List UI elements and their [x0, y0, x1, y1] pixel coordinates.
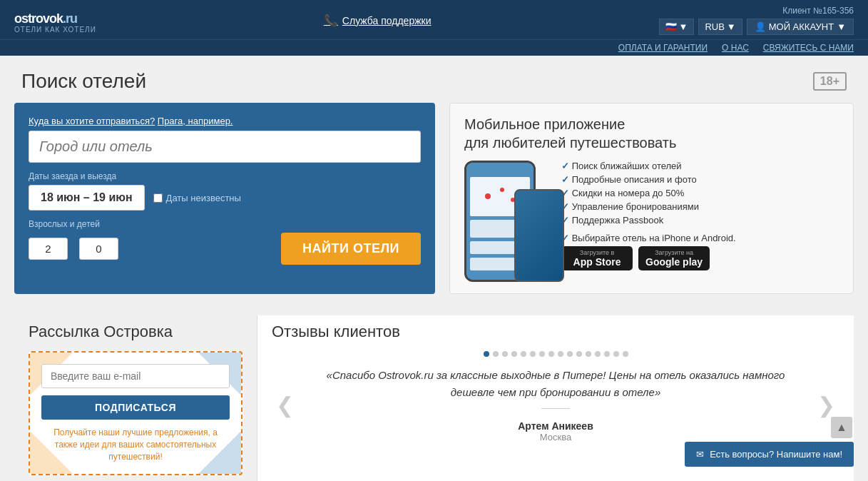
currency-label: RUB — [705, 21, 724, 32]
dates-unknown-checkbox[interactable] — [153, 193, 163, 203]
account-label: МОЙ АККАУНТ — [769, 21, 834, 32]
feature-2: Подробные описания и фото — [561, 174, 839, 185]
client-number: Клиент №165-356 — [782, 6, 854, 16]
mobile-app-inner: Поиск ближайших отелей Подробные описани… — [464, 161, 839, 282]
flag-icon: 🇷🇺 — [665, 21, 677, 32]
header: ostrovok.ru ОТЕЛИ КАК ХОТЕЛИ 📞 Служба по… — [0, 0, 868, 56]
main-content: Поиск отелей 18+ Куда вы хотите отправит… — [0, 56, 868, 481]
dropdown-arrow-currency: ▼ — [727, 21, 736, 32]
where-label: Куда вы хотите отправиться? Прага, напри… — [29, 116, 421, 126]
review-dot-13[interactable] — [604, 351, 610, 357]
prev-arrow[interactable]: ❮ — [272, 393, 298, 417]
language-selector[interactable]: 🇷🇺 ▼ — [659, 19, 695, 35]
feature-5: Поддержка Passbook — [561, 215, 839, 226]
search-input[interactable] — [29, 131, 421, 163]
review-text: «Спасибо Ostrovok.ru за классные выходны… — [305, 367, 806, 401]
phone-icon: 📞 — [324, 14, 338, 27]
review-dot-3[interactable] — [511, 351, 517, 357]
review-divider — [541, 408, 570, 409]
header-right: Клиент №165-356 🇷🇺 ▼ RUB ▼ 👤 МОЙ АККАУНТ… — [659, 6, 854, 35]
review-dot-7[interactable] — [548, 351, 554, 357]
review-dot-9[interactable] — [567, 351, 573, 357]
review-author: Артем Аникеев Москва — [305, 420, 806, 442]
search-button[interactable]: НАЙТИ ОТЕЛИ — [281, 233, 421, 265]
where-suffix: , например. — [183, 116, 233, 126]
chat-icon: ✉ — [696, 449, 704, 460]
review-dot-1[interactable] — [493, 351, 499, 357]
review-dot-4[interactable] — [521, 351, 526, 357]
review-dot-12[interactable] — [595, 351, 601, 357]
dates-unknown-text: Даты неизвестны — [166, 193, 241, 203]
subscribe-button[interactable]: ПОДПИСАТЬСЯ — [41, 395, 230, 420]
google-play-button[interactable]: Загрузите на Google play — [638, 246, 710, 270]
age-badge: 18+ — [813, 72, 847, 91]
search-panel: Куда вы хотите отправиться? Прага, напри… — [14, 103, 435, 294]
google-play-line1: Загрузите на — [655, 249, 693, 256]
email-input[interactable] — [41, 364, 230, 388]
app-store-buttons: Загрузите в App Store Загрузите на Googl… — [561, 246, 839, 270]
newsletter-description: Получайте наши лучшие предложения, а так… — [41, 427, 230, 462]
mobile-app-panel: Мобильное приложение для любителей путеш… — [449, 103, 854, 294]
phone-mockup-secondary — [514, 189, 564, 282]
logo-area: ostrovok.ru ОТЕЛИ КАК ХОТЕЛИ — [14, 7, 96, 34]
dates-unknown-label[interactable]: Даты неизвестны — [153, 193, 241, 203]
logo-subtitle: ОТЕЛИ КАК ХОТЕЛИ — [14, 26, 96, 34]
review-dot-2[interactable] — [502, 351, 508, 357]
guests-label: Взрослых и детей — [29, 219, 421, 229]
google-play-line2: Google play — [645, 256, 703, 268]
review-dot-15[interactable] — [623, 351, 628, 357]
logo-ru: .ru — [63, 11, 77, 26]
newsletter-section: Рассылка Островка ПОДПИСАТЬСЯ Получайте … — [14, 315, 257, 481]
feature-4: Управление бронированиями — [561, 201, 839, 212]
header-controls: 🇷🇺 ▼ RUB ▼ 👤 МОЙ АККАУНТ ▼ — [659, 19, 854, 35]
nav-payment[interactable]: ОПЛАТА И ГАРАНТИИ — [618, 43, 708, 53]
page-title-row: Поиск отелей 18+ — [14, 70, 854, 93]
search-app-row: Куда вы хотите отправиться? Прага, напри… — [14, 103, 854, 294]
reviews-carousel: ❮ «Спасибо Ostrovok.ru за классные выход… — [272, 367, 839, 442]
app-store-line1: Загрузите в — [580, 249, 615, 256]
reviews-title: Отзывы клиентов — [272, 323, 839, 341]
reviews-dots — [272, 351, 839, 357]
phone-mockup-container — [464, 161, 550, 282]
currency-selector[interactable]: RUB ▼ — [698, 19, 742, 35]
mobile-app-title: Мобильное приложение для любителей путеш… — [464, 115, 839, 152]
user-icon: 👤 — [755, 21, 766, 32]
review-author-city: Москва — [305, 432, 806, 442]
guests-row: 2 1 3 4 0 1 2 3 НАЙТИ ОТЕЛИ — [29, 233, 421, 265]
review-dot-10[interactable] — [576, 351, 582, 357]
scroll-top-button[interactable]: ▲ — [831, 417, 852, 438]
review-dot-14[interactable] — [613, 351, 619, 357]
svg-point-3 — [500, 188, 504, 192]
app-store-button[interactable]: Загрузите в App Store — [561, 246, 633, 270]
dropdown-arrow-lang: ▼ — [679, 21, 688, 32]
app-features: Поиск ближайших отелей Подробные описани… — [561, 161, 839, 282]
header-top: ostrovok.ru ОТЕЛИ КАК ХОТЕЛИ 📞 Служба по… — [0, 0, 868, 40]
logo-title: ostrovok.ru — [14, 7, 96, 26]
review-dot-5[interactable] — [530, 351, 536, 357]
dates-label: Даты заезда и выезда — [29, 171, 421, 181]
header-nav: ОПЛАТА И ГАРАНТИИ О НАС СВЯЖИТЕСЬ С НАМИ — [0, 40, 868, 56]
review-content: «Спасибо Ostrovok.ru за классные выходны… — [305, 367, 806, 442]
date-picker[interactable]: 18 июн – 19 июн — [29, 185, 145, 211]
review-dot-11[interactable] — [586, 351, 591, 357]
chat-button[interactable]: ✉ Есть вопросы? Напишите нам! — [685, 442, 854, 467]
children-select[interactable]: 0 1 2 3 — [79, 238, 118, 260]
review-dot-0[interactable] — [484, 351, 489, 357]
nav-about[interactable]: О НАС — [722, 43, 749, 53]
review-dot-8[interactable] — [558, 351, 563, 357]
adults-select[interactable]: 2 1 3 4 — [29, 238, 68, 260]
feature-1: Поиск ближайших отелей — [561, 161, 839, 171]
dates-row: 18 июн – 19 июн Даты неизвестны — [29, 185, 421, 211]
chat-label: Есть вопросы? Напишите нам! — [710, 449, 842, 460]
feature-3: Скидки на номера до 50% — [561, 188, 839, 198]
phone-label: Служба поддержки — [342, 15, 432, 26]
nav-contact[interactable]: СВЯЖИТЕСЬ С НАМИ — [763, 43, 854, 53]
logo-text: ostrovok — [14, 11, 63, 26]
stores-label: Выбирайте отель на iPhone и Android. — [561, 233, 839, 243]
support-phone[interactable]: 📞 Служба поддержки — [324, 14, 432, 27]
dropdown-arrow-account: ▼ — [837, 21, 846, 32]
account-button[interactable]: 👤 МОЙ АККАУНТ ▼ — [747, 19, 854, 35]
review-author-name: Артем Аникеев — [305, 420, 806, 432]
review-dot-6[interactable] — [539, 351, 545, 357]
next-arrow[interactable]: ❯ — [813, 393, 839, 417]
